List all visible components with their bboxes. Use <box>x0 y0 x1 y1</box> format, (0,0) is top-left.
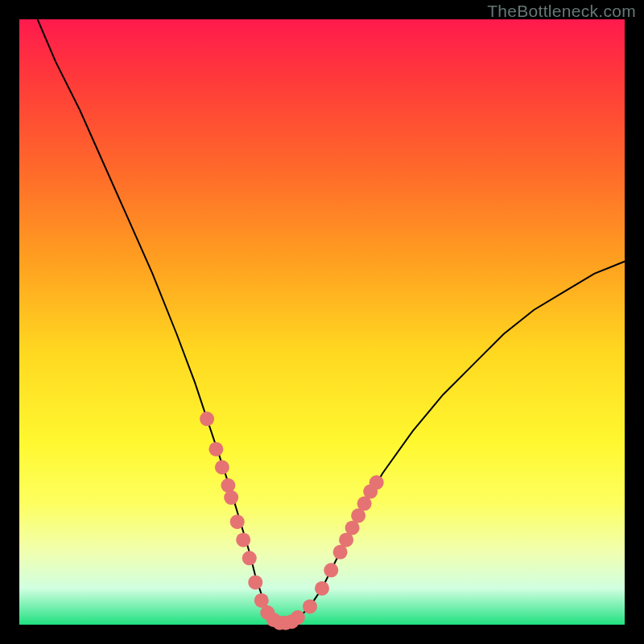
data-marker <box>224 490 238 505</box>
data-marker <box>230 514 245 529</box>
data-marker <box>369 475 384 489</box>
data-marker <box>221 478 235 493</box>
data-marker <box>324 563 338 577</box>
data-marker <box>215 460 229 475</box>
data-marker <box>303 599 317 613</box>
data-marker <box>242 551 257 565</box>
data-marker <box>200 411 214 426</box>
curve-overlay <box>0 0 644 644</box>
data-marker <box>248 575 262 589</box>
data-markers <box>200 411 384 630</box>
data-marker <box>315 581 329 596</box>
data-marker <box>236 533 250 547</box>
bottleneck-curve <box>38 19 625 623</box>
data-marker <box>291 610 305 625</box>
data-marker <box>208 442 223 456</box>
